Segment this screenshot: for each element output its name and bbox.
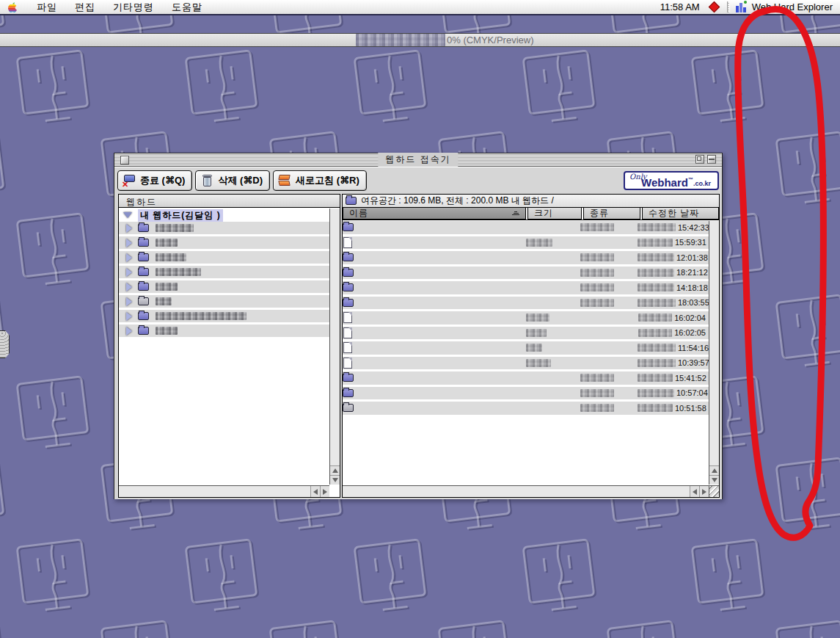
- redacted-size: [526, 344, 542, 352]
- quit-button-label: 종료 (⌘Q): [140, 174, 185, 187]
- scroll-up-icon[interactable]: [330, 465, 340, 475]
- table-row[interactable]: 18:21:12: [343, 267, 709, 280]
- column-header-name[interactable]: 이름: [343, 208, 526, 220]
- disclosure-closed-icon[interactable]: [126, 239, 132, 247]
- table-row[interactable]: 11:54:16: [343, 341, 709, 355]
- redacted-folder-name: [156, 268, 201, 276]
- table-row[interactable]: 16:02:05: [343, 327, 709, 340]
- disclosure-closed-icon[interactable]: [126, 253, 132, 262]
- window-title: 웹하드 접속기: [378, 153, 458, 167]
- scroll-up-icon[interactable]: [709, 465, 719, 475]
- sort-order-icon[interactable]: [512, 211, 519, 215]
- delete-button[interactable]: 삭제 (⌘D): [195, 170, 270, 191]
- folder-tree: 내 웹하드(김달임 ): [119, 209, 329, 485]
- screen-edge-popup-tab[interactable]: [0, 330, 10, 358]
- sidebar-vertical-scrollbar[interactable]: [329, 209, 340, 485]
- free-space-bar: 여유공간 : 109.6 MB, 전체 : 200.0 MB 내 웹하드 /: [343, 195, 719, 208]
- folder-icon: [343, 253, 354, 261]
- redacted-size: [526, 359, 551, 367]
- tree-root-label: 내 웹하드(김달임 ): [138, 209, 223, 222]
- modified-time: 18:03:55: [678, 298, 709, 307]
- menu-help[interactable]: 도움말: [163, 1, 211, 14]
- menu-file[interactable]: 파일: [28, 1, 66, 14]
- active-app-name: Web Hard Explorer: [752, 1, 833, 12]
- column-header-size[interactable]: 크기: [527, 208, 582, 220]
- modified-time: 10:57:04: [676, 388, 708, 397]
- table-row[interactable]: 10:57:04: [343, 387, 709, 400]
- window-grow-handle[interactable]: [709, 485, 719, 497]
- quit-button[interactable]: ✕ 종료 (⌘Q): [117, 170, 192, 191]
- menu-edit[interactable]: 편집: [66, 1, 104, 14]
- collapse-box-icon[interactable]: [707, 155, 716, 164]
- tree-item[interactable]: [119, 295, 329, 308]
- refresh-button-label: 새로고침 (⌘R): [296, 174, 359, 187]
- webhard-logo[interactable]: Only Webhard™.co.kr: [624, 171, 719, 190]
- scroll-left-icon[interactable]: [690, 486, 699, 497]
- tree-item[interactable]: [119, 251, 329, 264]
- modified-time: 12:01:38: [676, 253, 708, 262]
- scroll-down-icon[interactable]: [709, 475, 719, 485]
- redacted-date: [638, 359, 676, 367]
- apple-logo-icon: [7, 1, 18, 13]
- disclosure-closed-icon[interactable]: [126, 224, 132, 233]
- disclosure-closed-icon[interactable]: [126, 283, 132, 291]
- tree-item[interactable]: [119, 310, 329, 322]
- redacted-date: [638, 404, 673, 412]
- disclosure-open-icon[interactable]: [123, 212, 132, 218]
- folder-gray-icon: [138, 297, 149, 305]
- apple-menu[interactable]: [7, 1, 18, 13]
- redacted-date: [638, 313, 672, 322]
- list-vertical-scrollbar[interactable]: [709, 221, 719, 485]
- redacted-type: [580, 283, 614, 291]
- disclosure-closed-icon[interactable]: [126, 268, 132, 277]
- table-row[interactable]: 12:01:38: [343, 251, 709, 264]
- table-row[interactable]: 10:39:57: [343, 357, 709, 370]
- window-titlebar[interactable]: 웹하드 접속기: [114, 153, 722, 167]
- background-window-titlebar[interactable]: 0% (CMYK/Preview): [0, 33, 840, 47]
- zoom-box-icon[interactable]: [695, 155, 704, 164]
- redacted-size: [526, 329, 547, 337]
- scroll-right-icon[interactable]: [699, 486, 709, 497]
- close-box-icon[interactable]: [120, 156, 129, 164]
- table-row[interactable]: 10:51:58: [343, 402, 709, 415]
- list-horizontal-scrollbar[interactable]: [343, 485, 709, 497]
- menu-other-commands[interactable]: 기타명령: [104, 1, 163, 14]
- table-row[interactable]: 14:18:18: [343, 281, 709, 294]
- column-header-date[interactable]: 수정한 날짜: [642, 208, 719, 220]
- disclosure-closed-icon[interactable]: [126, 312, 132, 321]
- tree-item[interactable]: [119, 280, 329, 293]
- table-row[interactable]: 15:59:31: [343, 236, 709, 250]
- column-header-type[interactable]: 종류: [583, 208, 640, 220]
- scroll-left-icon[interactable]: [310, 486, 320, 497]
- folder-icon: [343, 223, 354, 231]
- refresh-button[interactable]: 새로고침 (⌘R): [273, 170, 367, 191]
- table-row[interactable]: 15:41:52: [343, 371, 709, 385]
- redacted-date: [638, 253, 674, 261]
- scroll-down-icon[interactable]: [330, 475, 340, 485]
- disclosure-closed-icon[interactable]: [126, 327, 132, 336]
- table-row[interactable]: 16:02:04: [343, 311, 709, 325]
- tree-item[interactable]: [119, 266, 329, 278]
- redacted-folder-name: [156, 312, 246, 320]
- tree-item[interactable]: [119, 222, 329, 234]
- modified-time: 11:54:16: [678, 344, 709, 352]
- menubar-clock[interactable]: 11:58 AM: [653, 1, 707, 12]
- document-title-suffix: 0% (CMYK/Preview): [447, 35, 533, 46]
- refresh-icon: [277, 173, 292, 188]
- disclosure-closed-icon[interactable]: [126, 297, 132, 306]
- tree-root-item[interactable]: 내 웹하드(김달임 ): [119, 209, 329, 222]
- redacted-folder-name: [156, 283, 178, 291]
- table-row[interactable]: 15:42:33: [343, 221, 709, 234]
- application-switcher[interactable]: Web Hard Explorer: [736, 1, 840, 12]
- sidebar-horizontal-scrollbar[interactable]: [119, 485, 329, 497]
- redacted-folder-name: [156, 224, 194, 232]
- tree-item[interactable]: [119, 325, 329, 337]
- status-diamond-icon: [708, 1, 720, 13]
- table-row[interactable]: 18:03:55: [343, 297, 709, 310]
- modified-time: 18:21:12: [676, 268, 708, 277]
- tree-item[interactable]: [119, 236, 329, 249]
- modified-time: 16:02:05: [674, 328, 706, 337]
- scroll-right-icon[interactable]: [320, 486, 329, 497]
- redacted-date: [638, 239, 673, 247]
- webhard-app-icon: [736, 2, 748, 12]
